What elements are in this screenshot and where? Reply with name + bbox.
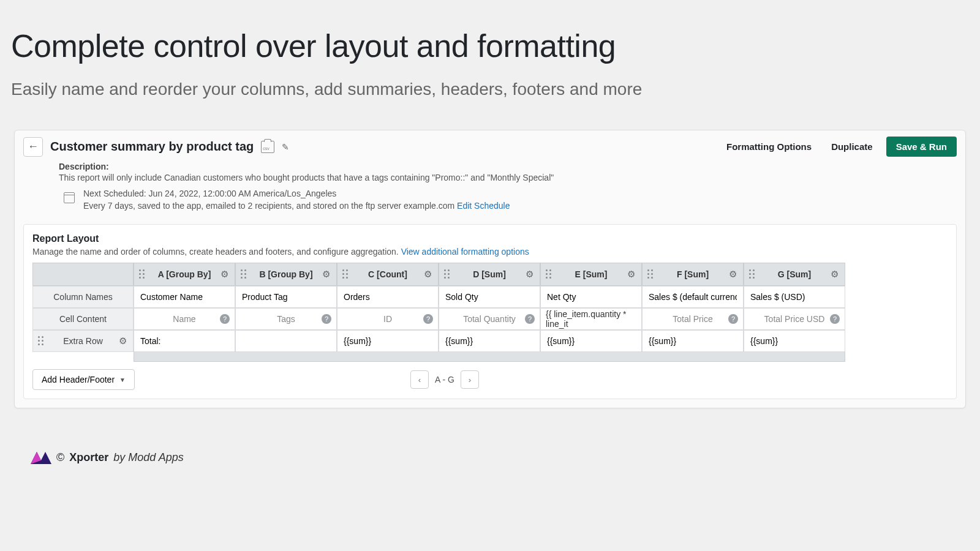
description-label: Description: <box>59 162 957 171</box>
gear-icon[interactable]: ⚙ <box>322 269 330 280</box>
cell-content-c[interactable]: ID? <box>337 308 439 330</box>
cell-content-b[interactable]: Tags? <box>235 308 337 330</box>
gear-icon[interactable]: ⚙ <box>221 269 228 280</box>
row-label-cell-content: Cell Content <box>32 308 134 330</box>
column-pager: ‹ A - G › <box>410 370 479 389</box>
description-block: Description: This report will only inclu… <box>15 162 965 186</box>
help-icon[interactable]: ? <box>322 314 331 324</box>
drag-handle-icon[interactable] <box>749 269 755 279</box>
help-icon[interactable]: ? <box>220 314 230 324</box>
cell-content-g[interactable]: Total Price USD? <box>744 308 845 330</box>
edit-title-icon[interactable]: ✎ <box>282 142 289 152</box>
view-formatting-link[interactable]: View additional formatting options <box>401 247 529 257</box>
cell-content-e[interactable]: {{ line_item.quantity * line_it <box>540 308 642 330</box>
gear-icon[interactable]: ⚙ <box>526 269 533 280</box>
schedule-detail: Every 7 days, saved to the app, emailed … <box>83 201 510 211</box>
extra-row-input-d[interactable] <box>445 336 533 346</box>
cell-content-f[interactable]: Total Price? <box>642 308 744 330</box>
schedule-row: Next Scheduled: Jun 24, 2022, 12:00:00 A… <box>15 186 965 219</box>
brand-logo-icon <box>31 452 51 464</box>
col-name-input-b[interactable] <box>236 287 336 307</box>
header-spacer <box>32 263 134 286</box>
formatting-options-button[interactable]: Formatting Options <box>720 138 818 156</box>
save-run-button[interactable]: Save & Run <box>886 137 957 157</box>
brand-byline: by Modd Apps <box>113 451 183 464</box>
cell-content-a[interactable]: Name? <box>134 308 235 330</box>
col-header-c[interactable]: C [Count] ⚙ <box>337 263 439 286</box>
drag-handle-icon[interactable] <box>139 269 145 279</box>
col-header-f[interactable]: F [Sum] ⚙ <box>642 263 744 286</box>
gear-icon[interactable]: ⚙ <box>424 269 432 280</box>
extra-row-input-a[interactable] <box>140 336 228 346</box>
col-name-input-d[interactable] <box>439 287 540 307</box>
pager-next-button[interactable]: › <box>461 370 479 389</box>
col-header-a[interactable]: A [Group By] ⚙ <box>134 263 235 286</box>
pager-label: A - G <box>435 375 454 384</box>
col-name-input-a[interactable] <box>134 287 235 307</box>
col-name-input-g[interactable] <box>744 287 845 307</box>
add-header-footer-button[interactable]: Add Header/Footer ▼ <box>32 369 135 390</box>
calendar-icon <box>64 192 75 203</box>
drag-handle-icon[interactable] <box>342 269 349 279</box>
drag-handle-icon[interactable] <box>444 269 450 279</box>
brand-copyright: © <box>56 451 64 464</box>
drag-handle-icon[interactable] <box>546 269 552 279</box>
gear-icon[interactable]: ⚙ <box>119 335 127 347</box>
col-header-d[interactable]: D [Sum] ⚙ <box>439 263 540 286</box>
csv-icon[interactable] <box>261 141 274 153</box>
col-header-b[interactable]: B [Group By] ⚙ <box>235 263 337 286</box>
pager-prev-button[interactable]: ‹ <box>410 370 429 389</box>
page-subtitle: Easily name and reorder your columns, ad… <box>0 64 980 99</box>
col-name-input-f[interactable] <box>643 287 743 307</box>
extra-row-input-b[interactable] <box>242 336 330 346</box>
cell-content-d[interactable]: Total Quantity? <box>439 308 540 330</box>
chevron-down-icon: ▼ <box>119 377 126 383</box>
layout-grid: A [Group By] ⚙ B [Group By] ⚙ C [Count] … <box>32 263 948 362</box>
gear-icon[interactable]: ⚙ <box>831 269 839 280</box>
gear-icon[interactable]: ⚙ <box>627 269 635 280</box>
help-icon[interactable]: ? <box>423 314 433 324</box>
page-title: Complete control over layout and formatt… <box>0 0 980 64</box>
extra-row-input-f[interactable] <box>649 336 737 346</box>
help-icon[interactable]: ? <box>525 314 535 324</box>
report-toolbar: ← Customer summary by product tag ✎ Form… <box>15 130 965 162</box>
back-button[interactable]: ← <box>23 137 43 157</box>
help-icon[interactable]: ? <box>830 314 840 324</box>
layout-card: Report Layout Manage the name and order … <box>23 224 957 399</box>
layout-subtext: Manage the name and order of columns, cr… <box>24 246 956 263</box>
extra-row-input-c[interactable] <box>344 336 432 346</box>
extra-row-input-g[interactable] <box>750 336 839 346</box>
duplicate-button[interactable]: Duplicate <box>825 138 879 156</box>
extra-row-input-e[interactable] <box>547 336 635 346</box>
schedule-next: Next Scheduled: Jun 24, 2022, 12:00:00 A… <box>83 189 510 198</box>
col-header-e[interactable]: E [Sum] ⚙ <box>540 263 642 286</box>
drag-handle-icon[interactable] <box>241 269 247 279</box>
description-text: This report will only include Canadian c… <box>59 173 957 182</box>
drag-handle-icon[interactable] <box>647 269 654 279</box>
drag-handle-icon[interactable] <box>38 336 44 346</box>
edit-schedule-link[interactable]: Edit Schedule <box>457 201 510 211</box>
row-label-column-names: Column Names <box>32 286 134 308</box>
col-header-g[interactable]: G [Sum] ⚙ <box>744 263 845 286</box>
col-name-input-e[interactable] <box>541 287 641 307</box>
row-label-extra-row: Extra Row ⚙ <box>32 330 134 352</box>
col-name-input-c[interactable] <box>337 287 438 307</box>
layout-heading: Report Layout <box>24 231 956 246</box>
footer-brand: © Xporter by Modd Apps <box>0 408 980 464</box>
report-panel: ← Customer summary by product tag ✎ Form… <box>14 130 966 408</box>
report-title: Customer summary by product tag <box>50 140 254 154</box>
gear-icon[interactable]: ⚙ <box>729 269 737 280</box>
brand-name: Xporter <box>69 451 108 464</box>
grid-filler <box>134 352 845 362</box>
help-icon[interactable]: ? <box>728 314 738 324</box>
